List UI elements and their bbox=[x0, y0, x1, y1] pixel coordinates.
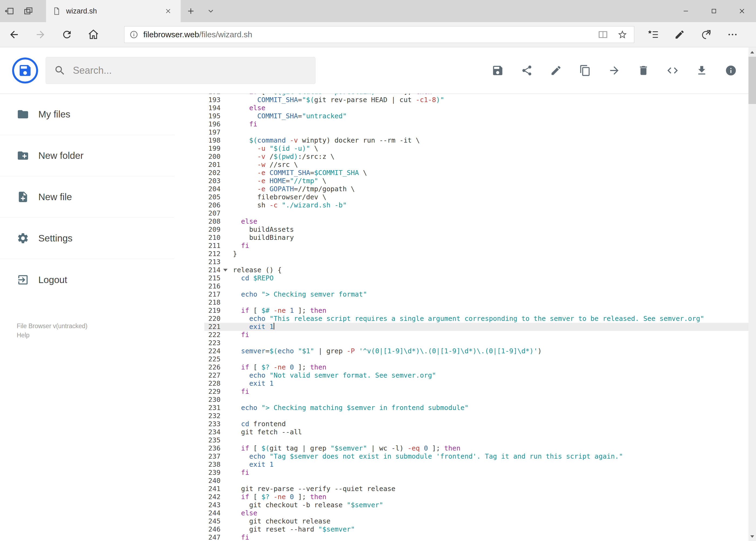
code-line[interactable]: 236 if [ $(git tag | grep "$semver" | wc… bbox=[204, 444, 756, 452]
code-line[interactable]: 230 bbox=[204, 396, 756, 404]
set-tabs-aside-button[interactable] bbox=[0, 0, 19, 22]
code-line[interactable]: 198 $(command -v winpty) docker run --rm… bbox=[204, 136, 756, 145]
tab-wizard-sh[interactable]: wizard.sh bbox=[46, 0, 181, 22]
code-line[interactable]: 224 semver=$(echo "$1" | grep -P '^v(0|[… bbox=[204, 347, 756, 355]
code-line[interactable]: 239 fi bbox=[204, 469, 756, 477]
code-line[interactable]: 213 bbox=[204, 258, 756, 266]
new-tab-button[interactable] bbox=[181, 0, 201, 22]
minimize-button[interactable] bbox=[672, 0, 700, 22]
code-line[interactable]: 234 git fetch --all bbox=[204, 428, 756, 436]
maximize-button[interactable] bbox=[700, 0, 728, 22]
code-line[interactable]: 206 sh -c "./wizard.sh -b" bbox=[204, 201, 756, 209]
code-line[interactable]: 245 git checkout release bbox=[204, 517, 756, 525]
code-line[interactable]: 210 buildBinary bbox=[204, 234, 756, 242]
sidebar-item-logout[interactable]: Logout bbox=[0, 259, 174, 300]
code-line[interactable]: 227 echo "Not valid semver format. See s… bbox=[204, 371, 756, 379]
tab-preview-button[interactable] bbox=[19, 0, 38, 22]
code-line[interactable]: 217 echo "> Checking semver format" bbox=[204, 290, 756, 298]
forward-button[interactable] bbox=[29, 22, 52, 47]
code-line[interactable]: 202 -e COMMIT_SHA=$COMMIT_SHA \ bbox=[204, 169, 756, 177]
hub-button[interactable] bbox=[640, 22, 666, 47]
code-line[interactable]: 222 fi bbox=[204, 331, 756, 339]
code-line[interactable]: 240 bbox=[204, 477, 756, 485]
share-button[interactable] bbox=[693, 22, 719, 47]
code-line[interactable]: 215 cd $REPO bbox=[204, 274, 756, 282]
info-button[interactable] bbox=[725, 64, 737, 77]
code-line[interactable]: 203 -e HOME="//tmp" \ bbox=[204, 177, 756, 185]
code-line[interactable]: 243 git checkout -b release "$semver" bbox=[204, 501, 756, 509]
code-line[interactable]: 214release () { bbox=[204, 266, 756, 274]
close-tab-button[interactable] bbox=[162, 5, 174, 17]
code-line[interactable]: 197 bbox=[204, 128, 756, 136]
share-file-button[interactable] bbox=[521, 64, 533, 77]
code-line[interactable]: 196 fi bbox=[204, 120, 756, 128]
code-view-button[interactable] bbox=[666, 64, 679, 77]
code-line[interactable]: 205 filebrowser/dev \ bbox=[204, 193, 756, 201]
code-line[interactable]: 241 git rev-parse --verify --quiet relea… bbox=[204, 485, 756, 493]
delete-button[interactable] bbox=[637, 64, 650, 77]
sidebar-item-my-files[interactable]: My files bbox=[0, 94, 174, 135]
code-line[interactable]: 225 bbox=[204, 355, 756, 363]
app-logo[interactable] bbox=[12, 58, 38, 84]
code-line[interactable]: 226 if [ $? -ne 0 ]; then bbox=[204, 363, 756, 371]
code-line[interactable]: 218 bbox=[204, 298, 756, 306]
code-line[interactable]: 208 else bbox=[204, 218, 756, 226]
code-line[interactable]: 216 bbox=[204, 282, 756, 290]
vertical-scrollbar[interactable] bbox=[748, 48, 756, 541]
search-input[interactable] bbox=[73, 65, 307, 76]
code-line[interactable]: 246 git reset --hard "$semver" bbox=[204, 525, 756, 533]
code-line[interactable]: 211 fi bbox=[204, 242, 756, 250]
sidebar-item-settings[interactable]: Settings bbox=[0, 218, 174, 259]
code-line[interactable]: 221 exit 1 bbox=[204, 323, 756, 331]
code-line[interactable]: 219 if [ $# -ne 1 ]; then bbox=[204, 306, 756, 315]
code-line[interactable]: 244 else bbox=[204, 509, 756, 517]
code-line[interactable]: 232 bbox=[204, 412, 756, 420]
annotate-button[interactable] bbox=[666, 22, 693, 47]
code-line[interactable]: 200 -v /$(pwd):/src:z \ bbox=[204, 153, 756, 161]
code-line[interactable]: 192 if [ "$(git status --porcelain)" = "… bbox=[204, 94, 756, 96]
code-line[interactable]: 247 fi bbox=[204, 533, 756, 540]
more-button[interactable] bbox=[719, 22, 746, 47]
code-line[interactable]: 193 COMMIT_SHA="$(git rev-parse HEAD | c… bbox=[204, 96, 756, 104]
rename-button[interactable] bbox=[550, 64, 562, 77]
refresh-button[interactable] bbox=[55, 22, 79, 47]
code-line[interactable]: 231 echo "> Checking matching $semver in… bbox=[204, 404, 756, 412]
code-editor[interactable]: 192 if [ "$(git status --porcelain)" = "… bbox=[174, 94, 756, 540]
search-bar[interactable] bbox=[46, 57, 316, 84]
code-line[interactable]: 220 echo "This release script requires a… bbox=[204, 315, 756, 323]
code-line[interactable]: 229 fi bbox=[204, 387, 756, 396]
close-window-button[interactable] bbox=[728, 0, 756, 22]
fold-icon[interactable] bbox=[223, 269, 227, 271]
address-bar[interactable]: filebrowser.web/files/wizard.sh bbox=[124, 26, 634, 43]
code-line[interactable]: 204 -e GOPATH=//tmp/gopath \ bbox=[204, 185, 756, 193]
code-line[interactable]: 201 -w //src \ bbox=[204, 161, 756, 169]
code-line[interactable]: 199 -u "$(id -u)" \ bbox=[204, 145, 756, 153]
code-line[interactable]: 223 bbox=[204, 339, 756, 347]
code-line[interactable]: 233 cd frontend bbox=[204, 420, 756, 428]
save-button[interactable] bbox=[491, 64, 504, 77]
code-line[interactable]: 228 exit 1 bbox=[204, 379, 756, 387]
code-line[interactable]: 212} bbox=[204, 250, 756, 258]
code-line[interactable]: 194 else bbox=[204, 104, 756, 112]
scroll-down-button[interactable] bbox=[748, 532, 756, 541]
show-tab-previews-button[interactable] bbox=[201, 0, 221, 22]
site-info-icon[interactable] bbox=[129, 30, 138, 39]
scroll-thumb[interactable] bbox=[748, 57, 756, 104]
code-line[interactable]: 207 bbox=[204, 209, 756, 218]
code-line[interactable]: 237 echo "Tag $semver does not exist in … bbox=[204, 452, 756, 460]
help-link[interactable]: Help bbox=[17, 330, 174, 340]
scroll-up-button[interactable] bbox=[748, 48, 756, 57]
reading-view-button[interactable] bbox=[598, 29, 608, 40]
sidebar-item-new-folder[interactable]: New folder bbox=[0, 135, 174, 176]
code-line[interactable]: 242 if [ $? -ne 0 ]; then bbox=[204, 493, 756, 501]
home-button[interactable] bbox=[82, 22, 105, 47]
back-button[interactable] bbox=[2, 22, 26, 47]
move-button[interactable] bbox=[608, 64, 621, 77]
sidebar-item-new-file[interactable]: New file bbox=[0, 176, 174, 218]
download-button[interactable] bbox=[695, 64, 708, 77]
copy-button[interactable] bbox=[579, 64, 591, 77]
code-line[interactable]: 238 exit 1 bbox=[204, 460, 756, 469]
code-line[interactable]: 235 bbox=[204, 436, 756, 444]
code-line[interactable]: 209 buildAssets bbox=[204, 226, 756, 234]
favorite-button[interactable] bbox=[617, 29, 628, 40]
